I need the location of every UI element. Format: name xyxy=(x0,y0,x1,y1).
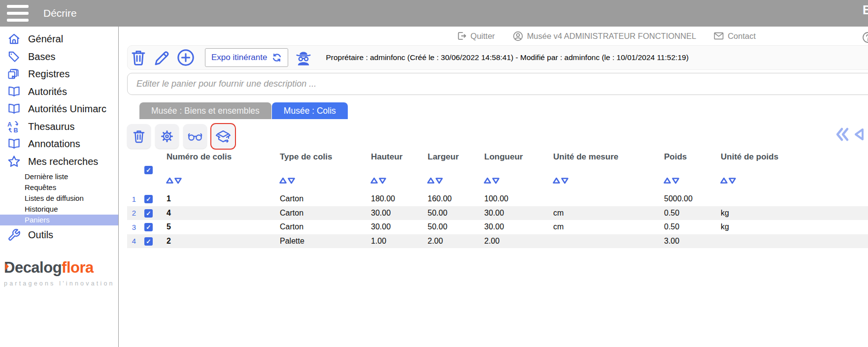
row-checkbox[interactable]: ✓ xyxy=(144,195,153,203)
sidebar-item-autorites[interactable]: Autorités xyxy=(0,83,118,101)
cell-Type de colis: Carton xyxy=(274,194,365,203)
sort-buttons-0[interactable] xyxy=(161,177,274,186)
select-all-row: ✓ xyxy=(127,163,868,176)
sort-asc-desc-icon[interactable] xyxy=(663,177,681,184)
table-body: 1✓1Carton180.00160.00100.005000.002✓4Car… xyxy=(127,192,868,248)
tag-icon xyxy=(7,50,21,63)
spy-icon xyxy=(294,48,313,67)
subnav-item-paniers[interactable]: Paniers xyxy=(0,215,118,225)
settings-button[interactable] xyxy=(155,124,179,149)
book-icon xyxy=(7,137,21,151)
basket-tabs: Musée : Biens et ensembles Musée : Colis xyxy=(139,102,348,119)
subnav-item-historique[interactable]: Historique xyxy=(0,204,118,215)
help-icon[interactable] xyxy=(862,32,868,45)
pagination: 1 xyxy=(835,127,868,142)
logo-brand-dark: Decalog xyxy=(4,259,62,276)
sort-asc-desc-icon[interactable] xyxy=(427,177,444,184)
sidebar-item-autorites-unimarc[interactable]: Autorités Unimarc xyxy=(0,100,118,118)
subnav-item-listes-de-diffusion[interactable]: Listes de diffusion xyxy=(0,193,118,204)
cell-Numéro de colis: 5 xyxy=(161,222,274,231)
row-checkbox[interactable]: ✓ xyxy=(144,237,153,246)
column-header-1[interactable]: Type de colis xyxy=(274,152,365,162)
row-index-link[interactable]: 2 xyxy=(127,209,141,217)
basket-toolbar: Expo itinérante Proprétaire : adminfonc … xyxy=(130,46,689,69)
delete-selection-button[interactable] xyxy=(127,124,151,149)
cell-Hauteur: 1.00 xyxy=(365,237,422,246)
cell-Unité de poids: kg xyxy=(715,209,863,218)
user-label: Musée v4 ADMINISTRATEUR FONCTIONNEL xyxy=(527,32,697,41)
export-colis-button[interactable] xyxy=(211,124,235,149)
column-header-2[interactable]: Hauteur xyxy=(365,152,422,162)
table-row: 4✓2Palette1.002.002.003.00 xyxy=(127,234,868,249)
column-header-6[interactable]: Poids xyxy=(658,152,715,162)
cell-Type de colis: Carton xyxy=(274,222,365,231)
prev-page-icon[interactable] xyxy=(853,127,866,142)
plus-circle-icon xyxy=(176,48,195,67)
sort-asc-desc-icon[interactable] xyxy=(552,177,570,184)
row-index-link[interactable]: 3 xyxy=(127,223,141,231)
sort-buttons-4[interactable] xyxy=(478,177,547,186)
corner-letter: B xyxy=(863,3,868,17)
sort-buttons-7[interactable] xyxy=(715,177,863,186)
quit-link[interactable]: Quitter xyxy=(457,31,495,41)
sort-buttons-2[interactable] xyxy=(365,177,422,186)
sort-asc-desc-icon[interactable] xyxy=(279,177,297,184)
basket-description-input[interactable] xyxy=(127,73,868,95)
subnav-item-derniere-liste[interactable]: Dernière liste xyxy=(0,171,118,182)
sort-buttons-5[interactable] xyxy=(547,177,658,186)
owner-info: Proprétaire : adminfonc (Créé le : 30/06… xyxy=(326,53,688,62)
sidebar-item-mes-recherches[interactable]: Mes recherches xyxy=(0,153,118,171)
home-icon xyxy=(7,32,21,46)
sidebar-item-registres[interactable]: Registres xyxy=(0,65,118,83)
edit-basket-button[interactable] xyxy=(153,49,170,66)
column-header-0[interactable]: Numéro de colis xyxy=(161,152,274,162)
sort-asc-desc-icon[interactable] xyxy=(483,177,501,184)
basket-name: Expo itinérante xyxy=(211,53,267,63)
add-basket-button[interactable] xyxy=(176,48,195,67)
sort-asc-desc-icon[interactable] xyxy=(370,177,388,184)
sort-row xyxy=(127,176,868,187)
sort-asc-desc-icon[interactable] xyxy=(720,177,737,184)
spy-mode-button[interactable] xyxy=(294,48,313,67)
tab-colis[interactable]: Musée : Colis xyxy=(272,102,348,119)
cell-Poids: 0.50 xyxy=(658,209,715,218)
cell-Hauteur: 30.00 xyxy=(365,209,422,218)
row-index-link[interactable]: 4 xyxy=(127,237,141,245)
row-checkbox[interactable]: ✓ xyxy=(144,209,153,218)
sidebar-item-label: Annotations xyxy=(28,138,80,150)
row-index-link[interactable]: 1 xyxy=(127,195,141,203)
first-page-icon[interactable] xyxy=(835,127,851,142)
recherches-subnav: Dernière liste Requêtes Listes de diffus… xyxy=(0,170,118,226)
sidebar-item-label: Outils xyxy=(28,229,53,241)
sidebar-item-thesaurus[interactable]: AB Thesaurus xyxy=(0,118,118,136)
registers-icon xyxy=(7,67,21,81)
contact-link[interactable]: Contact xyxy=(714,32,756,41)
sort-buttons-1[interactable] xyxy=(274,177,365,186)
select-all-checkbox[interactable]: ✓ xyxy=(144,166,153,174)
open-box-icon xyxy=(215,128,231,144)
sort-buttons-3[interactable] xyxy=(422,177,478,186)
tab-biens-et-ensembles[interactable]: Musée : Biens et ensembles xyxy=(139,102,271,119)
sort-buttons-6[interactable] xyxy=(658,177,715,186)
user-icon xyxy=(513,31,523,41)
user-account-link[interactable]: Musée v4 ADMINISTRATEUR FONCTIONNEL xyxy=(513,31,697,41)
column-header-3[interactable]: Largeur xyxy=(422,152,478,162)
cell-Unité de poids: kg xyxy=(715,222,863,231)
sidebar-item-outils[interactable]: Outils xyxy=(0,226,118,244)
column-header-5[interactable]: Unité de mesure xyxy=(547,152,658,162)
delete-basket-button[interactable] xyxy=(130,49,147,66)
sidebar-item-general[interactable]: Général xyxy=(0,31,118,48)
column-header-7[interactable]: Unité de poids xyxy=(715,152,863,162)
column-header-4[interactable]: Longueur xyxy=(478,152,547,162)
sidebar-item-bases[interactable]: Bases xyxy=(0,48,118,66)
basket-selector-button[interactable]: Expo itinérante xyxy=(205,48,288,67)
contact-label: Contact xyxy=(728,32,756,41)
sidebar-item-annotations[interactable]: Annotations xyxy=(0,135,118,153)
hamburger-menu-icon[interactable] xyxy=(7,5,29,22)
row-checkbox[interactable]: ✓ xyxy=(144,223,153,231)
cell-Largeur: 2.00 xyxy=(422,237,478,246)
sort-asc-desc-icon[interactable] xyxy=(166,177,183,184)
trash-icon xyxy=(132,129,146,144)
subnav-item-requetes[interactable]: Requêtes xyxy=(0,182,118,193)
preview-button[interactable] xyxy=(183,124,207,149)
